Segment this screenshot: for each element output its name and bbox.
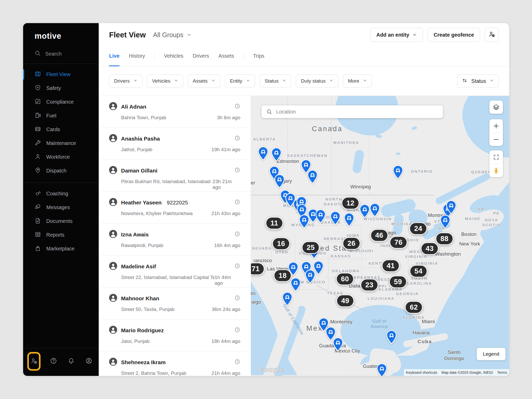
- cluster-marker[interactable]: 46: [370, 229, 388, 242]
- filter-assets[interactable]: Assets: [188, 75, 220, 88]
- cluster-marker[interactable]: 54: [409, 265, 427, 278]
- vehicle-pin[interactable]: [343, 212, 355, 227]
- driver-row[interactable]: Madeline Asif Street 22, Islamabad, Isla…: [99, 256, 251, 288]
- cluster-marker[interactable]: 25: [302, 241, 320, 254]
- driver-row[interactable]: Ali Adnan Bahria Town, Punjab 3h 6m ago: [99, 96, 251, 128]
- sidebar-item-fuel[interactable]: Fuel: [23, 109, 99, 123]
- map[interactable]: CanadaUnited StatesMexicoCubaALBERTASASK…: [251, 96, 509, 376]
- driver-row[interactable]: Heather Yaseen9222025 Nowshera, Khyber P…: [99, 192, 251, 224]
- filter-more[interactable]: More: [343, 75, 372, 88]
- sidebar-item-documents[interactable]: Documents: [23, 214, 99, 228]
- driver-row[interactable]: Anashia Pasha Jathol, Punjab 19h 41m ago: [99, 128, 251, 160]
- filter-status[interactable]: Status: [260, 75, 291, 88]
- vehicle-pin[interactable]: [290, 277, 301, 292]
- admin-settings-button[interactable]: [27, 352, 41, 371]
- cluster-marker[interactable]: 59: [389, 276, 407, 288]
- admin-settings-button[interactable]: [485, 28, 499, 42]
- pegman-button[interactable]: [489, 164, 503, 177]
- cluster-marker[interactable]: 24: [409, 222, 427, 235]
- layers-button[interactable]: [489, 101, 503, 114]
- keyboard-shortcuts-link[interactable]: Keyboard shortcuts: [404, 369, 440, 376]
- cluster-marker[interactable]: 76: [389, 236, 407, 249]
- driver-row[interactable]: Izna Awais Rawalpindi, Punjab 16h 4m ago: [99, 224, 251, 256]
- cluster-marker[interactable]: 62: [405, 301, 423, 314]
- sidebar-search[interactable]: Search: [23, 41, 99, 64]
- group-filter-dropdown[interactable]: All Groups: [153, 31, 192, 39]
- create-geofence-button[interactable]: Create geofence: [428, 28, 480, 42]
- vehicle-pin[interactable]: [445, 200, 457, 215]
- vehicle-pin[interactable]: [386, 330, 397, 344]
- vehicle-pin[interactable]: [359, 204, 370, 218]
- cluster-marker[interactable]: 23: [360, 279, 378, 291]
- account-button[interactable]: [85, 356, 92, 367]
- zoom-out-button[interactable]: [489, 133, 503, 146]
- sidebar-item-cards[interactable]: Cards: [23, 123, 99, 136]
- sidebar-item-compliance[interactable]: Compliance: [23, 95, 99, 109]
- legend-button[interactable]: Legend: [477, 348, 506, 360]
- notifications-button[interactable]: [68, 356, 75, 367]
- tab-vehicles[interactable]: Vehicles: [164, 46, 183, 66]
- cluster-marker[interactable]: 18: [274, 269, 291, 282]
- tab-drivers[interactable]: Drivers: [193, 46, 209, 66]
- vehicle-pin[interactable]: [330, 211, 341, 225]
- tab-live[interactable]: Live: [109, 46, 119, 66]
- add-entity-button[interactable]: Add an entity: [370, 28, 423, 42]
- vehicle-pin[interactable]: [304, 269, 316, 284]
- map-label: Canada: [312, 125, 343, 134]
- fullscreen-button[interactable]: [489, 150, 503, 164]
- driver-avatar: [109, 102, 121, 111]
- vehicle-pin[interactable]: [257, 146, 269, 161]
- sidebar-item-messages[interactable]: Messages: [23, 201, 99, 214]
- chevron-down-icon: [490, 78, 494, 84]
- filter-entity[interactable]: Entity: [225, 75, 255, 88]
- vehicle-pin[interactable]: [271, 147, 282, 162]
- sidebar-item-marketplace[interactable]: Marketplace: [23, 242, 99, 256]
- cluster-marker[interactable]: 43: [421, 242, 438, 255]
- vehicle-pin[interactable]: [332, 337, 344, 352]
- driver-list[interactable]: Ali Adnan Bahria Town, Punjab 3h 6m ago …: [99, 96, 251, 376]
- cluster-marker[interactable]: 88: [435, 232, 453, 245]
- vehicle-pin[interactable]: [392, 165, 404, 179]
- cluster-marker[interactable]: 71: [251, 263, 265, 275]
- sidebar-item-coaching[interactable]: Coaching: [23, 187, 99, 201]
- sidebar-item-safety[interactable]: Safety: [23, 81, 99, 95]
- tab-history[interactable]: History: [129, 46, 145, 66]
- cluster-marker[interactable]: 41: [382, 260, 400, 272]
- vehicle-pin[interactable]: [307, 170, 318, 184]
- vehicle-pin[interactable]: [298, 214, 310, 229]
- filter-vehicles[interactable]: Vehicles: [147, 75, 183, 88]
- vehicle-pin[interactable]: [274, 174, 285, 189]
- sidebar-item-dispatch[interactable]: Dispatch: [23, 164, 99, 178]
- cluster-marker[interactable]: 12: [341, 197, 359, 210]
- vehicle-pin[interactable]: [369, 203, 381, 217]
- cluster-marker[interactable]: 11: [265, 217, 283, 230]
- driver-row[interactable]: Mahnoor Khan Street 50, Taxila, Punjab 3…: [99, 288, 251, 320]
- sidebar-item-reports[interactable]: Reports: [23, 228, 99, 242]
- vehicle-pin[interactable]: [315, 209, 326, 224]
- sort-by-button[interactable]: Status: [457, 75, 499, 88]
- terms-link[interactable]: Terms: [495, 369, 509, 376]
- sidebar-item-fleet-view[interactable]: Fleet View: [23, 68, 99, 81]
- driver-row[interactable]: Shehneeza Ikram Street 2, Bahria Town, P…: [99, 351, 251, 376]
- cluster-marker[interactable]: 26: [342, 237, 360, 250]
- tab-assets[interactable]: Assets: [218, 46, 234, 66]
- cluster-marker[interactable]: 60: [336, 273, 354, 285]
- cluster-marker[interactable]: 16: [272, 237, 290, 250]
- filter-drivers[interactable]: Drivers: [109, 75, 142, 88]
- driver-row[interactable]: Mario Rodriguez Jatoi, Punjab 18h 44m ag…: [99, 320, 251, 351]
- vehicle-pin[interactable]: [282, 292, 293, 306]
- driver-avatar: [109, 230, 121, 239]
- vehicle-pin[interactable]: [376, 363, 388, 376]
- vehicle-pin[interactable]: [440, 215, 451, 229]
- sidebar-item-maintenance[interactable]: Maintenance: [23, 136, 99, 150]
- map-location-search[interactable]: [261, 105, 443, 118]
- zoom-in-button[interactable]: [489, 119, 503, 132]
- location-search-input[interactable]: [276, 109, 438, 115]
- filter-duty-status[interactable]: Duty status: [296, 75, 338, 88]
- driver-row[interactable]: Daman Gillani Pitras Bukhari Rd, Islamab…: [99, 160, 251, 192]
- sidebar-item-workforce[interactable]: Workforce: [23, 150, 99, 164]
- water-shape: [411, 126, 417, 130]
- help-button[interactable]: [50, 356, 57, 367]
- cluster-marker[interactable]: 49: [336, 295, 354, 307]
- tab-trips[interactable]: Trips: [253, 46, 264, 66]
